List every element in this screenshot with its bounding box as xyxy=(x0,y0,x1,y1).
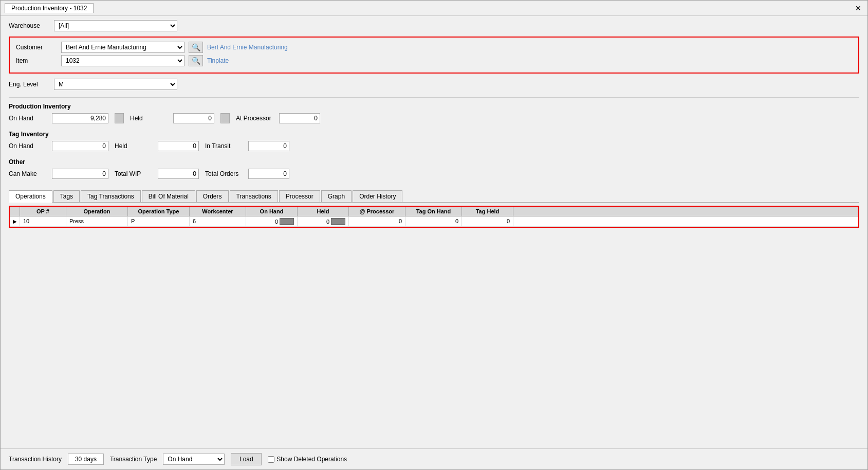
grid-header: OP # Operation Operation Type Workcenter… xyxy=(10,207,858,216)
item-search-button[interactable]: 🔍 xyxy=(189,55,203,66)
col-arrow xyxy=(10,207,20,216)
prod-held-input[interactable] xyxy=(173,113,214,123)
prod-on-hand-indicator xyxy=(115,113,124,123)
tag-on-hand-label: On Hand xyxy=(9,142,46,150)
cell-on-hand: 0 xyxy=(246,216,298,226)
tag-on-hand-input[interactable] xyxy=(52,141,108,151)
table-row[interactable]: ▶ 10 Press P 6 0 0 0 0 0 xyxy=(10,216,858,227)
operations-grid: OP # Operation Operation Type Workcenter… xyxy=(9,206,859,228)
tag-in-transit-input[interactable] xyxy=(248,141,289,151)
transaction-type-label: Transaction Type xyxy=(110,456,157,463)
separator-1 xyxy=(9,97,859,98)
title-bar: Production Inventory - 1032 ✕ xyxy=(1,1,867,16)
eng-level-row: Eng. Level M xyxy=(9,79,859,90)
tab-graph[interactable]: Graph xyxy=(321,190,352,202)
cell-at-processor: 0 xyxy=(349,216,405,226)
col-tag-held: Tag Held xyxy=(462,207,513,216)
cell-op-num: 10 xyxy=(20,216,66,226)
total-wip-input[interactable] xyxy=(158,169,199,179)
item-select[interactable]: 1032 xyxy=(61,55,184,66)
total-wip-label: Total WIP xyxy=(115,170,152,177)
warehouse-label: Warehouse xyxy=(9,22,50,29)
other-section: Other Can Make Total WIP Total Orders xyxy=(9,158,859,181)
total-orders-input[interactable] xyxy=(248,169,289,179)
tabs-row: Operations Tags Tag Transactions Bill Of… xyxy=(9,190,859,203)
production-inventory-section: Production Inventory On Hand Held At Pro… xyxy=(9,103,859,125)
show-deleted-label: Show Deleted Operations xyxy=(276,456,347,463)
tag-inventory-section: Tag Inventory On Hand Held In Transit xyxy=(9,131,859,153)
total-orders-label: Total Orders xyxy=(205,170,242,177)
customer-row: Customer Bert And Ernie Manufacturing 🔍 … xyxy=(16,42,852,53)
prod-on-hand-input[interactable] xyxy=(52,113,108,123)
transaction-type-select[interactable]: On Hand xyxy=(163,454,225,465)
tab-operations[interactable]: Operations xyxy=(9,190,52,203)
row-expand-arrow[interactable]: ▶ xyxy=(10,216,20,226)
warehouse-row: Warehouse [All] xyxy=(9,20,859,31)
eng-level-select[interactable]: M xyxy=(54,79,177,90)
window-title: Production Inventory - 1032 xyxy=(11,5,87,12)
customer-item-section: Customer Bert And Ernie Manufacturing 🔍 … xyxy=(9,37,859,74)
can-make-input[interactable] xyxy=(52,169,108,179)
tab-processor[interactable]: Processor xyxy=(279,190,320,202)
other-title: Other xyxy=(9,158,859,166)
footer-bar: Transaction History Transaction Type On … xyxy=(1,448,867,469)
other-row: Can Make Total WIP Total Orders xyxy=(9,169,859,179)
item-label: Item xyxy=(16,57,57,64)
col-operation: Operation xyxy=(66,207,128,216)
col-workcenter: Workcenter xyxy=(190,207,246,216)
prod-at-processor-label: At Processor xyxy=(236,115,273,122)
col-at-processor: @ Processor xyxy=(349,207,405,216)
tab-tag-transactions[interactable]: Tag Transactions xyxy=(81,190,141,202)
warehouse-select[interactable]: [All] xyxy=(54,20,177,31)
content-spacer xyxy=(1,232,867,448)
customer-link[interactable]: Bert And Ernie Manufacturing xyxy=(207,44,288,51)
close-button[interactable]: ✕ xyxy=(853,4,863,12)
main-content: Warehouse [All] Customer Bert And Ernie … xyxy=(1,16,867,232)
col-operation-type: Operation Type xyxy=(128,207,190,216)
cell-tag-held: 0 xyxy=(462,216,513,226)
production-inventory-title: Production Inventory xyxy=(9,103,859,110)
item-link[interactable]: Tinplate xyxy=(207,57,229,64)
prod-on-hand-label: On Hand xyxy=(9,115,46,122)
cell-tag-on-hand: 0 xyxy=(405,216,462,226)
customer-label: Customer xyxy=(16,44,57,51)
tag-held-label: Held xyxy=(115,142,152,150)
tag-inventory-row: On Hand Held In Transit xyxy=(9,141,859,151)
can-make-label: Can Make xyxy=(9,170,46,177)
cell-operation-type: P xyxy=(128,216,190,226)
transaction-history-input[interactable] xyxy=(68,454,104,465)
show-deleted-checkbox[interactable] xyxy=(268,456,274,463)
customer-select[interactable]: Bert And Ernie Manufacturing xyxy=(61,42,184,53)
tab-transactions[interactable]: Transactions xyxy=(230,190,278,202)
tab-tags[interactable]: Tags xyxy=(53,190,80,202)
cell-held: 0 xyxy=(298,216,349,226)
show-deleted-row: Show Deleted Operations xyxy=(268,456,347,463)
prod-held-label: Held xyxy=(130,115,167,122)
cell-operation: Press xyxy=(66,216,128,226)
cell-workcenter: 6 xyxy=(190,216,246,226)
col-tag-on-hand: Tag On Hand xyxy=(405,207,462,216)
item-row: Item 1032 🔍 Tinplate xyxy=(16,55,852,66)
title-tab: Production Inventory - 1032 xyxy=(5,3,94,13)
tab-order-history[interactable]: Order History xyxy=(353,190,402,202)
title-bar-left: Production Inventory - 1032 xyxy=(5,3,94,13)
transaction-history-label: Transaction History xyxy=(9,456,62,463)
col-held: Held xyxy=(298,207,349,216)
prod-at-processor-input[interactable] xyxy=(279,113,320,123)
prod-held-indicator xyxy=(220,113,230,123)
tag-held-input[interactable] xyxy=(158,141,199,151)
main-window: Production Inventory - 1032 ✕ Warehouse … xyxy=(0,0,868,470)
production-inventory-row: On Hand Held At Processor xyxy=(9,113,859,123)
col-op-num: OP # xyxy=(20,207,66,216)
customer-search-button[interactable]: 🔍 xyxy=(189,42,203,53)
load-button[interactable]: Load xyxy=(231,453,262,465)
tab-bill-of-material[interactable]: Bill Of Material xyxy=(142,190,195,202)
tab-orders[interactable]: Orders xyxy=(196,190,229,202)
tag-inventory-title: Tag Inventory xyxy=(9,131,859,138)
tag-in-transit-label: In Transit xyxy=(205,142,242,150)
eng-level-label: Eng. Level xyxy=(9,81,50,88)
col-on-hand: On Hand xyxy=(246,207,298,216)
